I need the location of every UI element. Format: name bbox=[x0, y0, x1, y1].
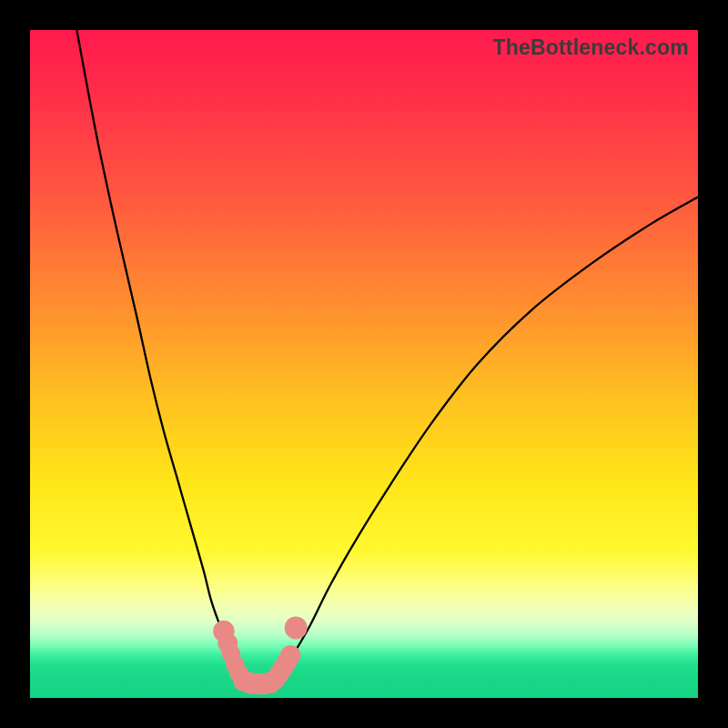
data-marker bbox=[280, 645, 300, 665]
chart-svg bbox=[30, 30, 698, 698]
chart-plot-area: TheBottleneck.com bbox=[30, 30, 698, 698]
curve-layer bbox=[76, 30, 698, 684]
chart-frame: TheBottleneck.com bbox=[0, 0, 728, 728]
curve-left-branch bbox=[76, 30, 238, 672]
marker-layer bbox=[213, 616, 307, 694]
data-marker bbox=[285, 616, 308, 639]
curve-right-branch bbox=[270, 197, 698, 683]
